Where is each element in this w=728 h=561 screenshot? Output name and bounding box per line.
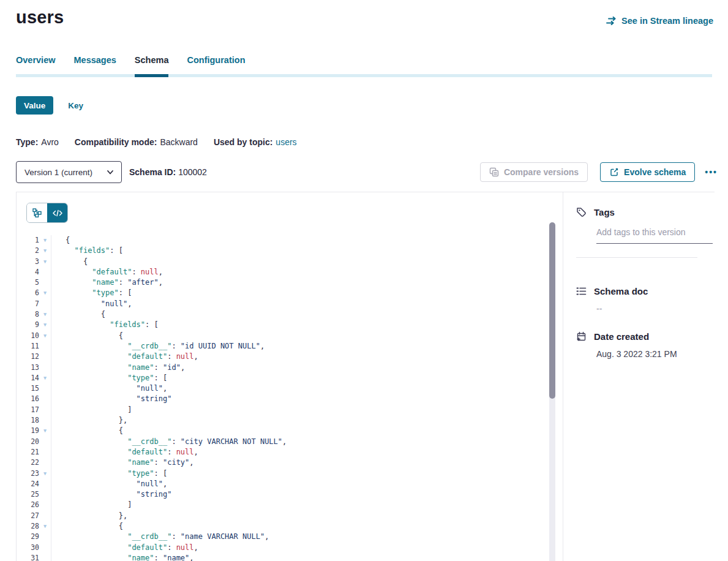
fold-arrow-icon[interactable]: ▼ — [39, 426, 51, 436]
line-number: 10 — [17, 331, 39, 341]
code-line: 4 "default": null, — [17, 267, 563, 277]
code-line-text: "__crdb__": "name VARCHAR NULL", — [51, 532, 269, 542]
code-line: 6▼ "type": [ — [17, 288, 563, 298]
fold-gutter — [39, 415, 51, 426]
schema-meta-row: Type:Avro Compatibility mode:Backward Us… — [16, 137, 728, 147]
fold-arrow-icon[interactable]: ▼ — [39, 257, 51, 267]
code-line: 12 "default": null, — [17, 352, 563, 362]
code-line: 26 ] — [17, 500, 563, 510]
line-number: 12 — [17, 352, 39, 362]
code-line: 19▼ { — [17, 426, 563, 436]
lineage-link-label: See in Stream lineage — [621, 16, 713, 26]
fold-gutter — [39, 267, 51, 277]
fold-gutter — [39, 341, 51, 352]
scrollbar-thumb[interactable] — [549, 222, 555, 399]
line-number: 13 — [17, 363, 39, 373]
code-line-text: { — [51, 521, 123, 532]
line-number: 1 — [17, 235, 39, 246]
compare-versions-button[interactable]: Compare versions — [480, 162, 588, 182]
value-toggle-button[interactable]: Value — [16, 96, 53, 115]
tab-overview[interactable]: Overview — [16, 55, 56, 74]
date-created-value: Aug. 3 2022 3:21 PM — [596, 349, 715, 359]
version-select-value: Version 1 (current) — [24, 168, 92, 177]
evolve-schema-label: Evolve schema — [624, 167, 686, 177]
fold-gutter — [39, 479, 51, 489]
fold-arrow-icon[interactable]: ▼ — [39, 235, 51, 246]
code-line: 29 "__crdb__": "name VARCHAR NULL", — [17, 532, 563, 542]
code-line-text: "type": [ — [51, 469, 167, 479]
code-line-text: "name": "city", — [51, 457, 194, 468]
line-number: 22 — [17, 457, 39, 468]
tags-input[interactable] — [596, 227, 713, 244]
stream-lineage-icon — [606, 17, 617, 25]
value-key-toggle: Value Key — [16, 96, 728, 115]
code-view-icon — [53, 209, 62, 217]
schema-id: Schema ID: 100002 — [129, 167, 207, 177]
fold-arrow-icon[interactable]: ▼ — [39, 331, 51, 341]
date-created-section: Date created Aug. 3 2022 3:21 PM — [563, 314, 715, 359]
code-line-text: "name": "id", — [51, 363, 185, 373]
schema-content: 1▼{2▼ "fields": [3▼ {4 "default": null,5… — [16, 192, 715, 561]
code-line: 8▼ { — [17, 309, 563, 320]
line-number: 18 — [17, 415, 39, 426]
more-actions-button[interactable]: ••• — [705, 167, 718, 177]
fold-gutter — [39, 394, 51, 404]
line-number: 11 — [17, 341, 39, 352]
line-number: 2 — [17, 246, 39, 256]
fold-arrow-icon[interactable]: ▼ — [39, 521, 51, 532]
schema-code-panel: 1▼{2▼ "fields": [3▼ {4 "default": null,5… — [17, 192, 563, 561]
fold-gutter — [39, 553, 51, 561]
fold-arrow-icon[interactable]: ▼ — [39, 320, 51, 330]
fold-arrow-icon[interactable]: ▼ — [39, 469, 51, 479]
fold-arrow-icon[interactable]: ▼ — [39, 288, 51, 298]
fold-gutter — [39, 437, 51, 447]
code-line-text: "type": [ — [51, 288, 132, 298]
tab-configuration[interactable]: Configuration — [187, 55, 245, 74]
evolve-schema-button[interactable]: Evolve schema — [600, 162, 695, 182]
schema-code-editor[interactable]: 1▼{2▼ "fields": [3▼ {4 "default": null,5… — [17, 235, 563, 561]
code-line-text: { — [51, 331, 123, 341]
line-number: 24 — [17, 479, 39, 489]
version-select[interactable]: Version 1 (current) — [16, 161, 122, 183]
fold-gutter — [39, 511, 51, 521]
key-toggle-button[interactable]: Key — [68, 101, 83, 110]
code-line: 14▼ "type": [ — [17, 373, 563, 383]
code-line-text: "fields": [ — [51, 246, 123, 256]
tab-schema[interactable]: Schema — [135, 55, 169, 74]
fold-arrow-icon[interactable]: ▼ — [39, 309, 51, 320]
line-number: 31 — [17, 553, 39, 561]
tree-view-button[interactable] — [27, 203, 47, 222]
fold-gutter — [39, 352, 51, 362]
schema-doc-value: -- — [596, 304, 715, 314]
line-number: 8 — [17, 309, 39, 320]
chevron-down-icon — [107, 168, 114, 176]
code-line-text: "default": null, — [51, 447, 198, 457]
compatibility-value: Backward — [160, 137, 197, 147]
code-line: 10▼ { — [17, 331, 563, 341]
code-line-text: ] — [51, 500, 132, 510]
line-number: 27 — [17, 511, 39, 521]
fold-arrow-icon[interactable]: ▼ — [39, 246, 51, 256]
code-view-button[interactable] — [47, 203, 67, 222]
line-number: 20 — [17, 437, 39, 447]
tab-messages[interactable]: Messages — [74, 55, 116, 74]
topic-link[interactable]: users — [276, 137, 296, 147]
scrollbar-track[interactable] — [549, 222, 555, 561]
schema-doc-title: Schema doc — [594, 286, 648, 296]
fold-arrow-icon[interactable]: ▼ — [39, 373, 51, 383]
used-by-topic-meta: Used by topic:users — [214, 137, 297, 147]
code-line-text: ] — [51, 405, 132, 415]
fold-gutter — [39, 500, 51, 510]
see-in-stream-lineage-link[interactable]: See in Stream lineage — [606, 16, 713, 26]
code-line-text: }, — [51, 415, 127, 426]
fold-gutter — [39, 543, 51, 553]
line-number: 3 — [17, 257, 39, 267]
code-line: 11 "__crdb__": "id UUID NOT NULL", — [17, 341, 563, 352]
list-icon — [576, 286, 587, 296]
tags-title: Tags — [594, 207, 615, 217]
line-number: 17 — [17, 405, 39, 415]
code-line-text: "__crdb__": "city VARCHAR NOT NULL", — [51, 437, 287, 447]
schema-doc-section: Schema doc -- — [563, 258, 715, 314]
code-line-text: { — [51, 309, 105, 320]
code-line: 21 "default": null, — [17, 447, 563, 457]
